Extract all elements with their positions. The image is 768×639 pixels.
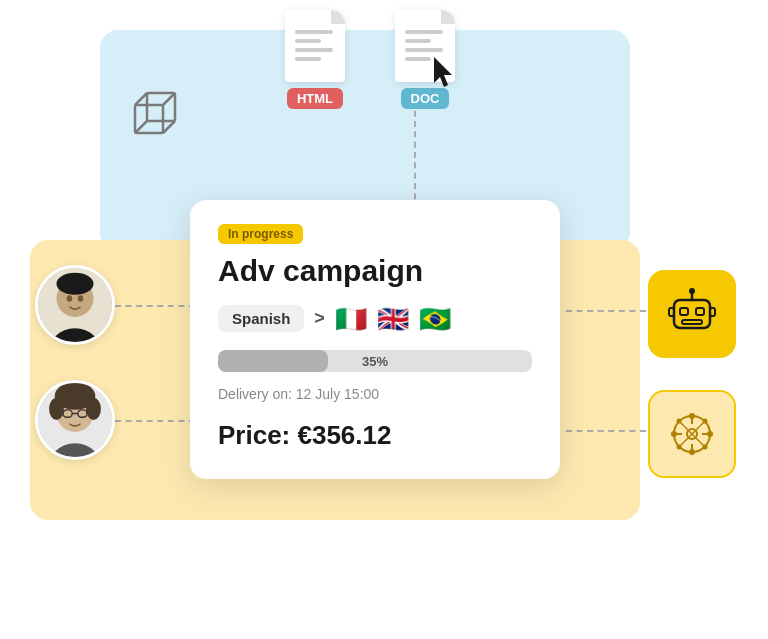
svg-point-18 <box>86 398 101 420</box>
svg-point-11 <box>67 295 73 301</box>
doc-line-b <box>405 39 431 43</box>
dashed-line-woman <box>115 420 195 422</box>
progress-label: 35% <box>362 354 388 369</box>
flag-italy: 🇮🇹 <box>335 306 367 332</box>
svg-point-49 <box>703 419 708 424</box>
svg-point-50 <box>677 445 682 450</box>
svg-point-35 <box>689 413 695 419</box>
doc-line-d <box>405 57 431 61</box>
html-doc-shape <box>285 10 345 82</box>
dashed-line-robot <box>566 310 646 312</box>
svg-point-36 <box>671 431 677 437</box>
flag-brazil: 🇧🇷 <box>419 306 451 332</box>
main-card: In progress Adv campaign Spanish > 🇮🇹 🇬🇧… <box>190 200 560 479</box>
svg-rect-27 <box>682 320 702 324</box>
svg-rect-28 <box>669 308 674 316</box>
brain-icon-box <box>648 390 736 478</box>
html-document: HTML <box>285 10 345 109</box>
svg-line-4 <box>163 93 175 105</box>
svg-rect-26 <box>696 308 704 315</box>
progress-bar-fill <box>218 350 328 372</box>
svg-point-12 <box>78 295 84 301</box>
doc-line-a <box>405 30 443 34</box>
arrow-icon: > <box>314 308 325 329</box>
robot-icon-box <box>648 270 736 358</box>
svg-line-3 <box>135 93 147 105</box>
html-doc-lines <box>295 30 333 66</box>
avatar-woman <box>35 380 115 460</box>
doc-label: DOC <box>401 88 450 109</box>
svg-point-48 <box>677 419 682 424</box>
svg-marker-0 <box>434 57 452 87</box>
svg-point-17 <box>49 398 64 420</box>
svg-point-23 <box>689 288 695 294</box>
doc-line-1 <box>295 30 333 34</box>
source-language-badge: Spanish <box>218 305 304 332</box>
delivery-text: Delivery on: 12 July 15:00 <box>218 386 532 402</box>
status-badge: In progress <box>218 224 303 244</box>
svg-line-6 <box>163 121 175 133</box>
doc-line-2 <box>295 39 321 43</box>
svg-rect-25 <box>680 308 688 315</box>
html-label: HTML <box>287 88 343 109</box>
doc-line-4 <box>295 57 321 61</box>
svg-point-10 <box>57 273 94 295</box>
svg-line-5 <box>135 121 147 133</box>
doc-line-3 <box>295 48 333 52</box>
dashed-line-man <box>115 305 195 307</box>
svg-point-38 <box>689 449 695 455</box>
svg-point-37 <box>707 431 713 437</box>
scene: HTML DOC <box>0 0 768 639</box>
flag-uk: 🇬🇧 <box>377 306 409 332</box>
boxes-icon <box>125 80 195 150</box>
doc-line-c <box>405 48 443 52</box>
card-title: Adv campaign <box>218 254 532 287</box>
cursor-arrow-icon <box>430 55 458 89</box>
dashed-line-brain <box>566 430 646 432</box>
language-row: Spanish > 🇮🇹 🇬🇧 🇧🇷 <box>218 305 532 332</box>
avatar-man <box>35 265 115 345</box>
progress-bar-container: 35% <box>218 350 532 372</box>
price-text: Price: €356.12 <box>218 420 532 451</box>
svg-point-51 <box>703 445 708 450</box>
svg-rect-29 <box>710 308 715 316</box>
